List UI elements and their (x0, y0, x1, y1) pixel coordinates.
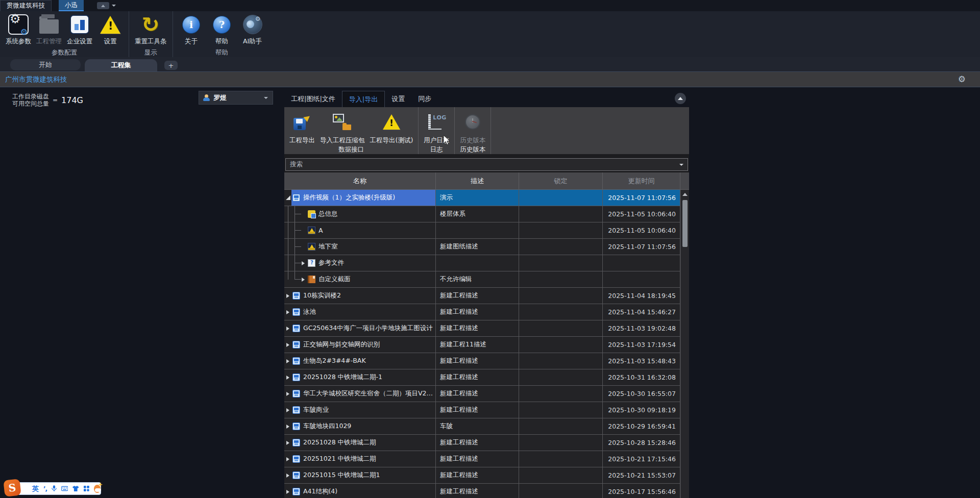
row-lock-cell[interactable] (519, 190, 603, 206)
row-name-cell[interactable]: 车陂地块四1029 (284, 418, 436, 434)
table-row[interactable]: 车陂商业 新建工程描述 2025-10-30 09:18:19 (284, 402, 680, 418)
tree-sub-arrow[interactable] (302, 278, 305, 282)
row-name-cell[interactable]: 自定义截面 (284, 271, 436, 287)
row-name-body[interactable]: 地下室 (307, 239, 435, 255)
row-lock-cell[interactable] (519, 288, 603, 304)
row-update-time-cell[interactable]: 2025-10-28 15:28:46 (603, 435, 680, 451)
row-name-body[interactable]: GC250634中海广一项目小学地块施工图设计 (291, 320, 435, 336)
tree-expand-arrow[interactable] (284, 206, 291, 222)
header-update-time[interactable]: 更新时间 (603, 172, 680, 189)
tree-expand-arrow[interactable] (284, 435, 291, 451)
row-name-body[interactable]: 20251021 中铁增城二期 (291, 451, 435, 467)
header-description[interactable]: 描述 (436, 172, 519, 189)
ime-mascot-icon[interactable] (94, 485, 101, 493)
row-update-time-cell[interactable]: 2025-11-03 19:02:48 (603, 320, 680, 336)
row-name-body[interactable]: 车陂商业 (291, 402, 435, 418)
row-lock-cell[interactable] (519, 320, 603, 336)
row-name-cell[interactable]: 操作视频（1）之实验楼(升级版) (284, 190, 436, 206)
tree-expand-arrow[interactable] (284, 337, 291, 353)
row-name-cell[interactable]: 20251028 中铁增城二期 (284, 435, 436, 451)
row-name-body[interactable]: 车陂地块四1029 (291, 418, 435, 434)
ai-assistant-button[interactable]: AI助手 (237, 11, 268, 46)
table-row[interactable]: 华工大学城校区研究生宿舍（二期）项目V2.0-... 新建工程描述 2025-1… (284, 386, 680, 402)
row-name-body[interactable]: 10栋实训楼2 (291, 288, 435, 304)
table-row[interactable]: 地下室 新建图纸描述 2025-11-07 11:07:56 (284, 239, 680, 255)
project-export-test-button[interactable]: 工程导出(测试) (368, 107, 416, 145)
row-lock-cell[interactable] (519, 222, 603, 238)
table-row[interactable]: GC250634中海广一项目小学地块施工图设计 新建工程描述 2025-11-0… (284, 320, 680, 337)
row-description-cell[interactable]: 新建工程描述 (436, 435, 519, 451)
row-update-time-cell[interactable]: 2025-10-21 15:53:07 (603, 467, 680, 483)
row-update-time-cell[interactable]: 2025-11-07 11:07:56 (603, 190, 680, 206)
row-description-cell[interactable]: 新建工程描述 (436, 467, 519, 483)
row-lock-cell[interactable] (519, 353, 603, 369)
row-lock-cell[interactable] (519, 271, 603, 287)
tree-expand-arrow[interactable] (284, 353, 291, 369)
row-description-cell[interactable]: 楼层体系 (436, 206, 519, 222)
row-name-body[interactable]: 操作视频（1）之实验楼(升级版) (291, 190, 435, 206)
row-description-cell[interactable]: 新建工程11描述 (436, 337, 519, 353)
row-name-cell[interactable]: 车陂商业 (284, 402, 436, 418)
tree-expand-arrow[interactable] (284, 239, 291, 255)
row-update-time-cell[interactable]: 2025-11-04 15:46:27 (603, 304, 680, 320)
row-update-time-cell[interactable] (603, 271, 680, 287)
table-row[interactable]: 生物岛2#3#4#-BAK 新建工程描述 2025-11-03 15:48:43 (284, 353, 680, 369)
row-name-body[interactable]: 总信息 (307, 206, 435, 222)
add-tab-button[interactable]: + (164, 61, 178, 70)
row-name-cell[interactable]: 20251015 中铁增城二期1 (284, 467, 436, 483)
table-row[interactable]: 操作视频（1）之实验楼(升级版) 演示 2025-11-07 11:07:56 (284, 190, 680, 206)
row-lock-cell[interactable] (519, 386, 603, 402)
sogou-logo-icon[interactable]: S (3, 479, 21, 496)
table-row[interactable]: 车陂地块四1029 车陂 2025-10-29 16:59:41 (284, 418, 680, 435)
row-name-cell[interactable]: 泳池 (284, 304, 436, 320)
collapse-panel-button[interactable] (675, 93, 686, 104)
tab-import-export[interactable]: 导入|导出 (342, 91, 385, 107)
row-name-body[interactable]: 生物岛2#3#4#-BAK (291, 353, 435, 369)
row-name-cell[interactable]: 正交轴网与斜交轴网的识别 (284, 337, 436, 353)
table-row[interactable]: A 2025-11-05 10:06:40 (284, 222, 680, 239)
row-lock-cell[interactable] (519, 369, 603, 385)
row-description-cell[interactable]: 不允许编辑 (436, 271, 519, 287)
table-row[interactable]: 参考文件 (284, 255, 680, 271)
scrollbar-thumb[interactable] (682, 200, 688, 247)
table-row[interactable]: 10栋实训楼2 新建工程描述 2025-11-04 18:19:45 (284, 288, 680, 304)
row-lock-cell[interactable] (519, 304, 603, 320)
toolbox-grid-icon[interactable] (84, 485, 89, 492)
row-description-cell[interactable]: 新建工程描述 (436, 320, 519, 336)
row-name-cell[interactable]: 20251021 中铁增城二期 (284, 451, 436, 467)
row-update-time-cell[interactable]: 2025-10-31 16:32:08 (603, 369, 680, 385)
tab-project-set[interactable]: 工程集 (85, 59, 157, 71)
chevron-down-icon[interactable] (679, 164, 683, 166)
row-name-body[interactable]: 自定义截面 (307, 271, 435, 287)
row-name-body[interactable]: 20251028 中铁增城二期-1 (291, 369, 435, 385)
row-update-time-cell[interactable]: 2025-11-05 10:06:40 (603, 222, 680, 238)
row-name-body[interactable]: 参考文件 (307, 255, 435, 271)
row-lock-cell[interactable] (519, 418, 603, 434)
menu-tab-company[interactable]: 贯微建筑科技 (0, 0, 52, 11)
table-row[interactable]: 20251028 中铁增城二期 新建工程描述 2025-10-28 15:28:… (284, 435, 680, 451)
row-update-time-cell[interactable]: 2025-11-05 10:06:40 (603, 206, 680, 222)
row-description-cell[interactable]: 新建工程描述 (436, 451, 519, 467)
project-manage-button[interactable]: 工程管理 (34, 11, 64, 46)
tree-expand-arrow[interactable] (284, 271, 291, 287)
row-name-cell[interactable]: 20251028 中铁增城二期-1 (284, 369, 436, 385)
row-update-time-cell[interactable]: 2025-11-07 11:07:56 (603, 239, 680, 255)
row-name-body[interactable]: 20251028 中铁增城二期 (291, 435, 435, 451)
table-row[interactable]: 泳池 新建工程描述 2025-11-04 15:46:27 (284, 304, 680, 320)
ime-punct-toggle[interactable]: ’, (43, 485, 47, 492)
tree-expand-arrow[interactable] (284, 320, 291, 336)
tree-expand-arrow[interactable] (284, 402, 291, 418)
history-version-button[interactable]: 历史版本 (457, 107, 488, 145)
row-name-body[interactable]: 泳池 (291, 304, 435, 320)
row-name-cell[interactable]: 总信息 (284, 206, 436, 222)
table-row[interactable]: 正交轴网与斜交轴网的识别 新建工程11描述 2025-11-03 17:19:5… (284, 337, 680, 353)
search-combobox[interactable]: 搜索 (285, 158, 688, 171)
scroll-up-arrow[interactable] (681, 191, 689, 198)
tree-expand-arrow[interactable] (284, 255, 291, 271)
chevron-down-icon[interactable] (112, 5, 116, 7)
quick-access-toolbar[interactable] (97, 0, 116, 11)
vertical-scrollbar[interactable] (680, 190, 689, 498)
row-update-time-cell[interactable] (603, 255, 680, 271)
row-update-time-cell[interactable]: 2025-10-30 16:55:07 (603, 386, 680, 402)
settings-button[interactable]: 设置 (95, 11, 126, 46)
